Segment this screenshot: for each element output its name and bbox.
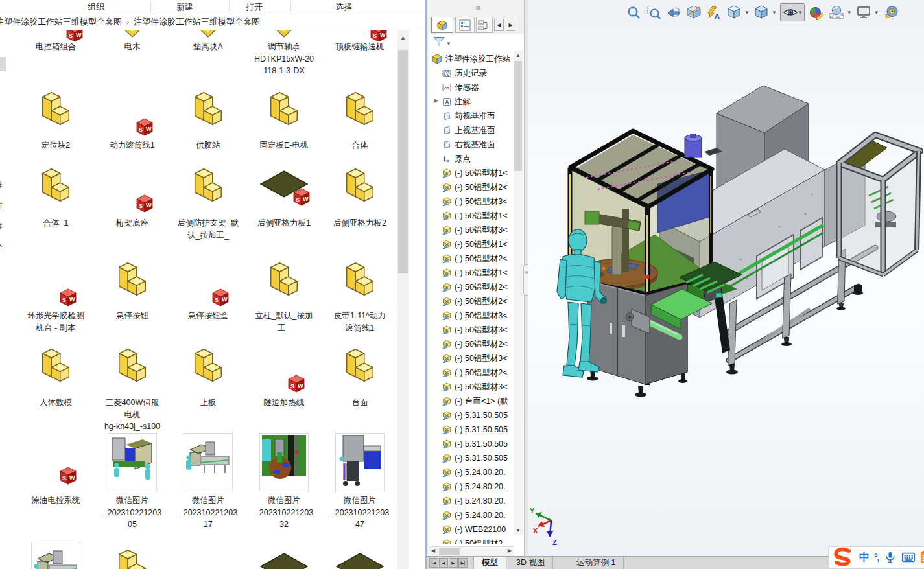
zoom-to-fit-icon[interactable]	[625, 4, 642, 21]
tab-feature-tree[interactable]	[431, 17, 453, 33]
tree-item[interactable]: (-) 5.24.80.20.	[442, 508, 506, 522]
tree-item[interactable]: (-) 50铝型材3<	[442, 223, 508, 237]
tree-item[interactable]: (-) 50铝型材3<	[442, 308, 508, 323]
tree-scroll-up-icon[interactable]: ▲	[514, 52, 523, 58]
filter-funnel-icon[interactable]	[433, 36, 445, 47]
dropdown-caret-icon[interactable]: ▼	[847, 10, 852, 16]
tree-vertical-scrollbar[interactable]: ▲ ▼	[514, 51, 523, 535]
annotation-view-icon[interactable]: A	[705, 4, 722, 21]
zoom-to-area-icon[interactable]	[645, 4, 662, 21]
tree-item[interactable]: (-) 50铝型材3<	[442, 351, 508, 366]
tree-item[interactable]: (-) 50铝型材2	[442, 537, 503, 544]
graphics-area[interactable]: Y X Z	[528, 0, 924, 556]
tree-item[interactable]: (-) 5.24.80.20.	[442, 480, 506, 494]
toolbar-item-2[interactable]: 新建	[176, 1, 193, 13]
ime-language-button[interactable]: 中	[859, 551, 870, 564]
tab-property-manager[interactable]	[455, 17, 475, 33]
tree-item[interactable]: 原点	[442, 152, 471, 166]
display-style-icon[interactable]	[753, 4, 770, 21]
tree-item[interactable]: 历史记录	[442, 66, 487, 80]
tree-item[interactable]: (-) WEB22100	[442, 522, 506, 537]
tree-item[interactable]: 前视基准面	[442, 109, 495, 123]
doc-nav-last-icon[interactable]: ▶|	[458, 558, 468, 568]
tree-item[interactable]: (-) 50铝型材2<	[442, 294, 508, 308]
doc-nav-prev-icon[interactable]: ◀	[439, 558, 448, 568]
tree-item[interactable]: (-) 5.31.50.505	[442, 408, 508, 423]
tree-item[interactable]: 右视基准面	[442, 137, 495, 152]
edit-appearance-icon[interactable]	[808, 4, 825, 21]
keyboard-icon[interactable]	[901, 550, 916, 564]
tree-item[interactable]: (-) 50铝型材2<	[442, 251, 508, 266]
tree-scroll-left-icon[interactable]: ◀	[431, 548, 435, 553]
tree-item[interactable]: (-) 5.24.80.20.	[442, 494, 506, 508]
tree-item[interactable]: 传感器	[442, 80, 479, 95]
tab-configurations[interactable]	[476, 17, 493, 33]
breadcrumb-segment[interactable]: 注塑件涂胶工作站三维模型全套图	[134, 17, 260, 27]
tree-item[interactable]: ▶A注解	[442, 95, 471, 109]
control-cabinet[interactable]	[587, 275, 730, 397]
scrollbar-thumb[interactable]	[398, 50, 408, 273]
tree-item[interactable]: (-) 50铝型材1<	[442, 209, 508, 223]
tree-scrollbar-thumb[interactable]	[514, 61, 522, 171]
tree-item[interactable]: (-) 5.31.50.505	[442, 451, 508, 465]
scroll-up-icon[interactable]: ▲	[397, 34, 409, 41]
tree-root-item[interactable]: 注塑件涂胶工作站	[432, 52, 510, 66]
clipboard-icon[interactable]	[920, 550, 924, 564]
graphics-viewport[interactable]: Y X Z A▼▼▼▼▼	[528, 0, 924, 556]
tree-scroll-right-icon[interactable]: ▶	[508, 548, 512, 553]
tree-item[interactable]: (-) 50铝型材2<	[442, 337, 508, 351]
dropdown-caret-icon[interactable]: ▼	[874, 10, 879, 16]
breadcrumb-segment[interactable]: 注塑件涂胶工作站三维模型全套图	[0, 17, 122, 27]
dropdown-caret-icon[interactable]: ▼	[744, 10, 750, 16]
nav-item-fragment[interactable]: 群	[0, 180, 3, 191]
tree-item[interactable]: (-) 5.31.50.505	[442, 423, 508, 437]
panel-tab-next-icon[interactable]: ▶	[506, 19, 515, 31]
tree-hscrollbar-thumb[interactable]	[439, 548, 460, 555]
toolbar-item-1[interactable]: 组织	[88, 1, 104, 13]
tree-item[interactable]: (-) 50铝型材2<	[442, 180, 508, 194]
doc-nav-first-icon[interactable]: |◀	[429, 558, 438, 568]
doc-nav-next-icon[interactable]: ▶	[449, 558, 458, 568]
tree-horizontal-scrollbar[interactable]: ◀ ▶	[429, 546, 514, 557]
filter-dropdown-icon[interactable]: ▼	[446, 41, 451, 47]
panel-tab-prev-icon[interactable]: ◀	[494, 19, 504, 31]
previous-view-icon[interactable]	[665, 4, 682, 21]
hide-show-items-icon[interactable]	[782, 4, 799, 21]
doc-tab-2[interactable]: 3D 视图	[508, 557, 553, 569]
panel-collapse-handle[interactable]	[476, 6, 480, 10]
tree-item[interactable]: (-) 50铝型材3<	[442, 380, 508, 394]
tree-item[interactable]: (-) 50铝型材3<	[442, 194, 508, 209]
doc-tab-1[interactable]: 模型	[473, 557, 506, 569]
doc-tab-3[interactable]: 运动算例 1	[569, 557, 624, 569]
tree-item[interactable]: (-) 50铝型材1<	[442, 266, 508, 280]
tree-item[interactable]: 上视基准面	[442, 123, 495, 137]
view-settings-icon[interactable]	[855, 4, 872, 21]
dropdown-caret-icon[interactable]: ▼	[772, 10, 777, 16]
tree-filter-bar[interactable]: ▼	[429, 34, 524, 51]
tree-item[interactable]: (-) 50铝型材3<	[442, 323, 508, 337]
apply-scene-icon[interactable]	[828, 4, 845, 21]
right-cage[interactable]	[838, 135, 920, 295]
tree-item[interactable]: (-) 50铝型材1<	[442, 237, 508, 251]
expand-arrow-icon[interactable]: ▶	[434, 97, 438, 104]
explorer-scrollbar[interactable]: ▲	[397, 30, 409, 569]
dropdown-caret-icon[interactable]: ▼	[798, 10, 803, 16]
tree-item[interactable]: (-) 台面<1> (默	[442, 394, 508, 408]
toolbar-item-4[interactable]: 选择	[335, 1, 352, 13]
microphone-icon[interactable]	[884, 551, 897, 564]
tree-item[interactable]: (-) 5.31.50.505	[442, 437, 508, 451]
tree-item[interactable]: (-) 50铝型材2<	[442, 366, 508, 380]
tree-scroll-down-icon[interactable]: ▼	[514, 528, 523, 533]
nav-item-fragment[interactable]: 对	[0, 200, 3, 211]
ime-punctuation-button[interactable]: °,	[874, 552, 879, 563]
nav-item-fragment[interactable]: 群	[0, 221, 3, 232]
breadcrumb[interactable]: 注塑件涂胶工作站三维模型全套图›注塑件涂胶工作站三维模型全套图	[0, 14, 425, 30]
tree-item[interactable]: (-) 5.24.80.20.	[442, 465, 506, 480]
view-orientation-icon[interactable]	[726, 4, 742, 21]
tree-item[interactable]: (-) 50铝型材2<	[442, 280, 508, 294]
hide-show-items-button[interactable]: ▼	[780, 3, 805, 21]
toolbar-item-3[interactable]: 打开	[246, 1, 263, 13]
tree-item[interactable]: (-) 50铝型材1<	[442, 166, 508, 180]
nav-item-fragment[interactable]: 坐	[0, 242, 3, 253]
tape-measure-icon[interactable]	[883, 4, 899, 21]
